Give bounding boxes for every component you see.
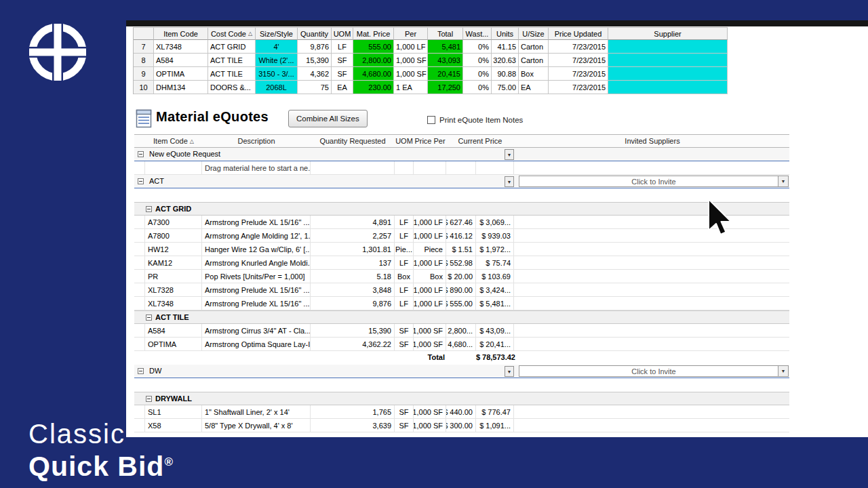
cell[interactable]: 4,680.00	[353, 67, 394, 81]
column-header[interactable]: Price Updated	[549, 28, 608, 40]
column-header[interactable]: Price Per	[414, 135, 446, 147]
cell[interactable]: 4,362	[298, 67, 332, 81]
cell[interactable]: Box	[519, 67, 549, 81]
cell[interactable]: ACT GRID	[208, 40, 256, 54]
equote-section-header[interactable]: ACT GRID	[134, 202, 789, 216]
cell[interactable]: 90.88	[492, 67, 519, 81]
cell[interactable]: 17,250	[428, 81, 463, 94]
combine-all-sizes-button[interactable]: Combine All Sizes	[288, 110, 368, 127]
cell[interactable]: 7/23/2015	[549, 54, 608, 67]
equote-item-row[interactable]: OPTIMAArmstrong Optima Square Lay-I...4,…	[134, 338, 789, 351]
column-header[interactable]: Total	[428, 28, 463, 40]
equote-item-row[interactable]: X585/8" Type X Drywall, 4' x 8'3,639SF1,…	[134, 419, 789, 432]
column-header[interactable]: Size/Style	[256, 28, 298, 40]
pricing-row[interactable]: 9OPTIMAACT TILE3150 - 3/...4,362SF4,680.…	[134, 67, 728, 81]
pricing-row[interactable]: 8A584ACT TILEWhite (2'...15,390SF2,800.0…	[134, 54, 728, 67]
cell[interactable]: ACT TILE	[208, 54, 256, 67]
column-header[interactable]: UOM	[332, 28, 353, 40]
cell[interactable]: SF	[332, 67, 353, 81]
equote-group-row[interactable]: New eQuote Request▼	[134, 148, 789, 161]
column-header[interactable]: Supplier	[608, 28, 728, 40]
cell[interactable]: 5,481	[428, 40, 463, 54]
equote-item-row[interactable]: A584Armstrong Cirrus 3/4" AT - Cla...15,…	[134, 324, 789, 338]
cell[interactable]: 75.00	[492, 81, 519, 94]
equote-item-row[interactable]: XL7348Armstrong Prelude XL 15/16" ...9,8…	[134, 297, 789, 310]
cell[interactable]: 1,000 LF	[394, 40, 428, 54]
cell[interactable]: 7/23/2015	[549, 81, 608, 94]
column-header[interactable]: Description	[202, 135, 311, 147]
column-header[interactable]	[134, 28, 154, 40]
cell[interactable]: 2,800.00	[353, 54, 394, 67]
cell[interactable]: LF	[332, 40, 353, 54]
cell[interactable]	[608, 54, 728, 67]
cell[interactable]: DHM134	[154, 81, 208, 94]
dropdown-button[interactable]: ▼	[505, 176, 514, 187]
cell[interactable]: 320.63	[492, 54, 519, 67]
cell[interactable]: 0%	[463, 81, 492, 94]
row-number-cell[interactable]: 10	[134, 81, 154, 94]
cell[interactable]: 4'	[256, 40, 298, 54]
cell[interactable]: DOORS &...	[208, 81, 256, 94]
cell[interactable]: 1 EA	[394, 81, 428, 94]
cell[interactable]: 75	[298, 81, 332, 94]
print-equote-notes-checkbox[interactable]	[427, 116, 435, 124]
cell[interactable]: 2068L	[256, 81, 298, 94]
equote-item-row[interactable]: A7300Armstrong Prelude XL 15/16" ...4,89…	[134, 216, 789, 229]
cell[interactable]: 1,000 SF	[394, 54, 428, 67]
column-header[interactable]: Invited Suppliers	[515, 135, 789, 147]
cell[interactable]: 7/23/2015	[549, 67, 608, 81]
equote-group-row[interactable]: DW▼Click to Invite▼	[134, 365, 789, 378]
cell[interactable]: SF	[332, 54, 353, 67]
cell[interactable]: Carton	[519, 40, 549, 54]
collapse-icon[interactable]	[146, 206, 152, 212]
cell[interactable]: 1,000 SF	[394, 67, 428, 81]
cell[interactable]	[608, 67, 728, 81]
cell[interactable]: 3150 - 3/...	[256, 67, 298, 81]
cell[interactable]	[608, 40, 728, 54]
cell[interactable]: ACT TILE	[208, 67, 256, 81]
cell[interactable]: 7/23/2015	[549, 40, 608, 54]
collapse-icon[interactable]	[146, 314, 152, 321]
drag-hint-row[interactable]: Drag material here to start a ne...	[134, 161, 789, 175]
column-header[interactable]: Units	[492, 28, 519, 40]
column-header[interactable]: Item Code	[154, 28, 208, 40]
pricing-row[interactable]: 7XL7348ACT GRID4'9,876LF555.001,000 LF5,…	[134, 40, 728, 54]
cell[interactable]: 0%	[463, 67, 492, 81]
column-header[interactable]: Current Price	[446, 135, 514, 147]
chevron-down-icon[interactable]: ▼	[778, 176, 788, 186]
equote-item-row[interactable]: KAM12Armstrong Knurled Angle Moldi...137…	[134, 256, 789, 270]
collapse-icon[interactable]	[138, 151, 144, 157]
column-header[interactable]: Mat. Price	[353, 28, 394, 40]
cell[interactable]: 230.00	[353, 81, 394, 94]
equote-item-row[interactable]: PRPop Rivets [Units/Per = 1,000]5.18BoxB…	[134, 270, 789, 283]
cell[interactable]: 41.15	[492, 40, 519, 54]
equote-section-header[interactable]: DRYWALL	[134, 392, 789, 405]
dropdown-button[interactable]: ▼	[505, 366, 514, 377]
equote-item-row[interactable]: HW12Hanger Wire 12 Ga w/Clip, 6' [...1,3…	[134, 243, 789, 256]
pricing-row[interactable]: 10DHM134DOORS &...2068L75EA230.001 EA17,…	[134, 81, 728, 94]
cell[interactable]: White (2'...	[256, 54, 298, 67]
column-header[interactable]: Wast...	[463, 28, 492, 40]
invite-suppliers-dropdown[interactable]: Click to Invite▼	[519, 176, 789, 187]
collapse-icon[interactable]	[138, 178, 144, 184]
equote-item-row[interactable]: SL11" Shaftwall Liner, 2' x 14'1,765SF1,…	[134, 405, 789, 419]
equote-section-header[interactable]: ACT TILE	[134, 310, 789, 324]
cell[interactable]: EA	[332, 81, 353, 94]
column-header[interactable]: UOM	[395, 135, 414, 147]
cell[interactable]: 9,876	[298, 40, 332, 54]
cell[interactable]: 15,390	[298, 54, 332, 67]
cell[interactable]: 20,415	[428, 67, 463, 81]
cell[interactable]	[608, 81, 728, 94]
cell[interactable]: EA	[519, 81, 549, 94]
equote-group-row[interactable]: ACT▼Click to Invite▼	[134, 175, 789, 188]
column-header[interactable]: Item Code△	[145, 135, 202, 147]
cell[interactable]: 555.00	[353, 40, 394, 54]
column-header[interactable]: Quantity Requested	[311, 135, 395, 147]
cell[interactable]: 43,093	[428, 54, 463, 67]
column-header[interactable]: Cost Code△	[208, 28, 256, 40]
invite-suppliers-dropdown[interactable]: Click to Invite▼	[519, 365, 789, 377]
collapse-icon[interactable]	[146, 396, 152, 402]
column-header[interactable]: Quantity	[298, 28, 332, 40]
row-number-cell[interactable]: 7	[134, 40, 154, 54]
cell[interactable]: XL7348	[154, 40, 208, 54]
